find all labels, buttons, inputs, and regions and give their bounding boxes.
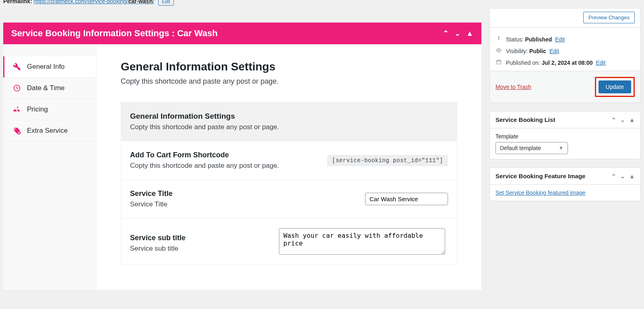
table-head-title: General Information Settings xyxy=(130,112,448,121)
shortcode-sub: Copty this shortcode and paste any post … xyxy=(130,162,327,170)
left-tabs: General Info Date & Time Pricing xyxy=(3,44,97,290)
hand-coin-icon xyxy=(12,105,21,113)
set-featured-image-link[interactable]: Set Service Booking featured image xyxy=(495,190,585,196)
service-subtitle-label: Service sub title xyxy=(130,234,279,242)
chevron-down-icon[interactable]: ⌄ xyxy=(620,117,625,123)
chevron-down-icon[interactable]: ⌄ xyxy=(454,29,460,38)
tab-content: General Information Settings Copty this … xyxy=(97,44,481,290)
table-row: Service sub title Service sub title xyxy=(121,218,457,264)
table-head-sub: Copty this shortcode and paste any post … xyxy=(130,123,448,131)
tab-extra-service[interactable]: Extra Service xyxy=(3,120,96,142)
visibility-row: Visibility: Public Edit xyxy=(495,45,635,57)
chevron-up-icon[interactable]: ⌃ xyxy=(611,117,616,123)
status-value: Published xyxy=(525,36,552,43)
content-lead: Copty this shortcode and paste any post … xyxy=(121,77,457,86)
chevron-up-icon[interactable]: ⌃ xyxy=(443,29,449,38)
service-title-sub: Service Title xyxy=(130,200,365,208)
feature-image-metabox: Service Booking Feature Image ⌃ ⌄ ▲ Set … xyxy=(489,167,641,201)
published-value: Jul 2, 2024 at 08:00 xyxy=(542,60,593,66)
content-heading: General Information Settings xyxy=(121,60,457,73)
service-title-label: Service Title xyxy=(130,190,365,198)
table-row: General Information Settings Copty this … xyxy=(121,102,457,141)
preview-changes-button[interactable]: Preview Changes xyxy=(583,12,635,23)
settings-table: General Information Settings Copty this … xyxy=(121,102,457,265)
tab-pricing[interactable]: Pricing xyxy=(3,99,96,120)
chevron-up-icon[interactable]: ⌃ xyxy=(611,173,616,179)
status-label: Status: xyxy=(506,36,524,43)
tag-plus-icon xyxy=(12,127,21,135)
publish-metabox: Preview Changes Status: Published Edit xyxy=(489,8,641,103)
feature-image-title: Service Booking Feature Image xyxy=(495,173,585,179)
chevron-down-icon: ▼ xyxy=(559,145,564,151)
table-row: Add To Cart Form Shortcode Copty this sh… xyxy=(121,141,457,180)
tab-label: Pricing xyxy=(27,105,48,113)
service-title-input[interactable] xyxy=(365,193,448,205)
permalink-label: Permalink: xyxy=(3,0,32,4)
tab-date-time[interactable]: Date & Time xyxy=(3,78,96,99)
calendar-icon xyxy=(495,59,502,66)
move-to-trash-link[interactable]: Move to Trash xyxy=(495,84,531,90)
settings-header: Service Booking Information Settings : C… xyxy=(3,23,481,44)
triangle-up-icon[interactable]: ▲ xyxy=(466,29,473,38)
published-edit-link[interactable]: Edit xyxy=(596,60,606,66)
service-subtitle-input[interactable] xyxy=(279,228,445,255)
service-subtitle-sub: Service sub title xyxy=(130,245,279,253)
tab-label: Extra Service xyxy=(27,127,68,135)
eye-icon xyxy=(495,47,502,54)
svg-point-2 xyxy=(498,49,500,51)
svg-rect-3 xyxy=(497,60,501,64)
template-value: Default template xyxy=(500,145,541,151)
published-row: Published on: Jul 2, 2024 at 08:00 Edit xyxy=(495,57,635,68)
chevron-down-icon[interactable]: ⌄ xyxy=(620,173,625,179)
published-label: Published on: xyxy=(506,60,540,66)
tab-general-info[interactable]: General Info xyxy=(3,56,96,78)
tab-label: Date & Time xyxy=(27,84,65,92)
clock-icon xyxy=(12,84,21,92)
publish-top-actions: Preview Changes xyxy=(490,8,640,28)
shortcode-label: Add To Cart Form Shortcode xyxy=(130,151,327,159)
status-edit-link[interactable]: Edit xyxy=(555,36,565,43)
update-button[interactable]: Update xyxy=(599,80,631,93)
main-panel: General Info Date & Time Pricing xyxy=(3,44,481,290)
visibility-value: Public xyxy=(529,48,546,54)
permalink-url[interactable]: https://craftheck.com/service-booking/ca… xyxy=(33,0,154,4)
visibility-edit-link[interactable]: Edit xyxy=(549,48,559,54)
update-highlight: Update xyxy=(595,77,635,97)
template-label: Template xyxy=(495,133,635,140)
template-select[interactable]: Default template ▼ xyxy=(495,142,568,154)
permalink-edit-button[interactable]: Edit xyxy=(158,0,174,6)
settings-header-title: Service Booking Information Settings : C… xyxy=(11,28,218,39)
shortcode-value[interactable]: [service-booking post_id="111"] xyxy=(327,155,448,166)
status-row: Status: Published Edit xyxy=(495,33,635,45)
booking-list-metabox: Service Booking List ⌃ ⌄ ▲ Template Defa… xyxy=(489,111,641,159)
booking-list-title: Service Booking List xyxy=(495,116,555,123)
visibility-label: Visibility: xyxy=(506,48,528,54)
pin-icon xyxy=(495,36,502,43)
triangle-up-icon[interactable]: ▲ xyxy=(629,173,635,179)
wrench-icon xyxy=(12,63,21,71)
table-row: Service Title Service Title xyxy=(121,180,457,218)
tab-label: General Info xyxy=(27,63,65,71)
triangle-up-icon[interactable]: ▲ xyxy=(629,117,635,123)
